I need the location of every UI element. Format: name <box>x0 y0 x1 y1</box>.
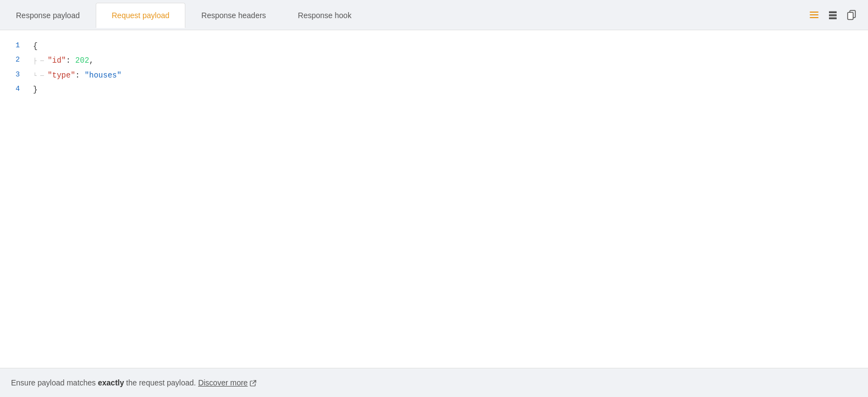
expanded-view-icon[interactable] <box>827 9 838 20</box>
line-content-4: } <box>33 84 868 96</box>
line-content-1: { <box>33 40 868 52</box>
line-number-1: 1 <box>0 40 33 52</box>
footer-bold-text: exactly <box>98 378 124 387</box>
line-content-3: └ ─ "type": "houses" <box>33 69 868 81</box>
tab-request-payload[interactable]: Request payload <box>96 3 185 28</box>
code-line-4: 4 } <box>0 82 868 97</box>
tab-response-hook[interactable]: Response hook <box>282 3 367 27</box>
line-number-3: 3 <box>0 69 33 81</box>
line-content-2: ├ ─ "id": 202, <box>33 54 868 67</box>
compact-view-icon[interactable] <box>809 9 820 20</box>
footer: Ensure payload matches exactly the reque… <box>0 368 868 397</box>
tabs-left: Response payload Request payload Respons… <box>0 3 809 27</box>
code-line-1: 1 { <box>0 39 868 53</box>
external-link-icon <box>250 380 256 387</box>
content-area: 1 { 2 ├ ─ "id": 202, 3 └ ─ "type": "hous… <box>0 30 868 368</box>
footer-text-before: Ensure payload matches <box>11 378 98 387</box>
main-container: Response payload Request payload Respons… <box>0 0 868 397</box>
line-number-2: 2 <box>0 54 33 66</box>
code-line-2: 2 ├ ─ "id": 202, <box>0 53 868 68</box>
discover-more-link[interactable]: Discover more <box>198 378 256 387</box>
svg-rect-5 <box>829 18 837 20</box>
tab-response-headers[interactable]: Response headers <box>185 3 282 27</box>
copy-icon[interactable] <box>846 9 857 20</box>
line-number-4: 4 <box>0 84 33 95</box>
footer-text-after: the request payload. <box>124 378 198 387</box>
tab-bar: Response payload Request payload Respons… <box>0 0 868 30</box>
code-line-3: 3 └ ─ "type": "houses" <box>0 68 868 82</box>
tab-response-payload[interactable]: Response payload <box>0 3 96 27</box>
svg-line-8 <box>253 381 256 384</box>
svg-rect-4 <box>829 14 837 16</box>
tab-icons <box>809 9 868 20</box>
code-editor: 1 { 2 ├ ─ "id": 202, 3 └ ─ "type": "hous… <box>0 30 868 368</box>
svg-rect-3 <box>829 12 837 14</box>
svg-rect-7 <box>848 13 853 20</box>
